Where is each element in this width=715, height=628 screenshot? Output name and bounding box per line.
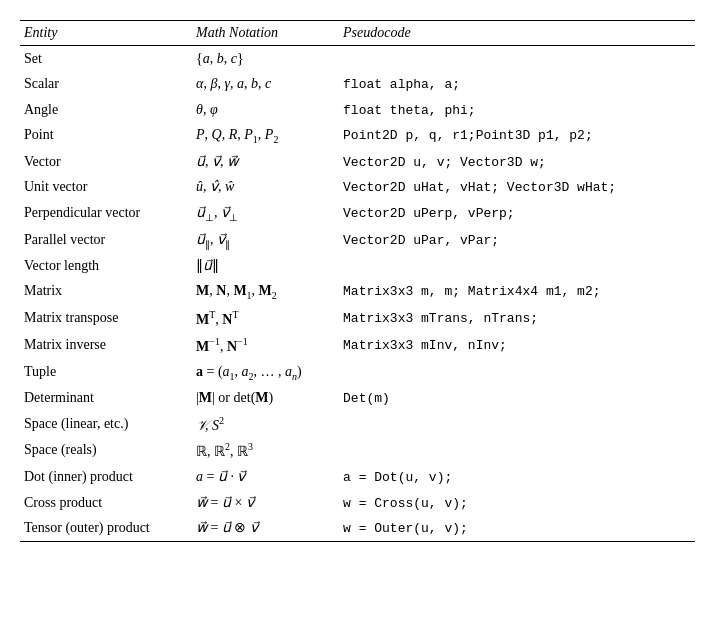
math-cell: P, Q, R, P1, P2	[192, 122, 339, 149]
table-row: Tuplea = (a1, a2, … , an)	[20, 359, 695, 386]
entity-cell: Determinant	[20, 385, 192, 411]
math-cell: u⃗, v⃗, w⃗	[192, 149, 339, 175]
pseudo-cell: Matrix3x3 mInv, nInv;	[339, 332, 695, 359]
math-cell: M−1, N−1	[192, 332, 339, 359]
table-row: Space (reals)ℝ, ℝ2, ℝ3	[20, 437, 695, 464]
math-cell: ‖u⃗‖	[192, 253, 339, 278]
pseudo-cell: Matrix3x3 mTrans, nTrans;	[339, 305, 695, 332]
pseudo-cell: w = Outer(u, v);	[339, 515, 695, 541]
pseudo-cell: w = Cross(u, v);	[339, 490, 695, 516]
pseudo-cell: Vector2D uHat, vHat; Vector3D wHat;	[339, 174, 695, 200]
math-cell: u⃗⊥, v⃗⊥	[192, 200, 339, 227]
pseudo-cell	[339, 46, 695, 72]
entity-cell: Perpendicular vector	[20, 200, 192, 227]
entity-cell: Parallel vector	[20, 227, 192, 254]
table-row: MatrixM, N, M1, M2Matrix3x3 m, m; Matrix…	[20, 278, 695, 305]
math-notation-table: Entity Math Notation Pseudocode Set{a, b…	[20, 20, 695, 542]
entity-cell: Vector	[20, 149, 192, 175]
pseudo-cell	[339, 359, 695, 386]
math-cell: α, β, γ, a, b, c	[192, 71, 339, 97]
math-cell: û, v̂, ŵ	[192, 174, 339, 200]
math-cell: u⃗∥, v⃗∥	[192, 227, 339, 254]
pseudo-cell: Point2D p, q, r1;Point3D p1, p2;	[339, 122, 695, 149]
table-row: PointP, Q, R, P1, P2Point2D p, q, r1;Poi…	[20, 122, 695, 149]
table-row: Scalarα, β, γ, a, b, cfloat alpha, a;	[20, 71, 695, 97]
table-row: Parallel vectoru⃗∥, v⃗∥Vector2D uPar, vP…	[20, 227, 695, 254]
entity-cell: Point	[20, 122, 192, 149]
entity-cell: Scalar	[20, 71, 192, 97]
pseudo-cell: float theta, phi;	[339, 97, 695, 123]
math-cell: M, N, M1, M2	[192, 278, 339, 305]
pseudo-cell: Vector2D uPerp, vPerp;	[339, 200, 695, 227]
entity-cell: Matrix transpose	[20, 305, 192, 332]
entity-cell: Space (linear, etc.)	[20, 411, 192, 438]
table-row: Perpendicular vectoru⃗⊥, v⃗⊥Vector2D uPe…	[20, 200, 695, 227]
pseudo-cell: a = Dot(u, v);	[339, 464, 695, 490]
math-cell: a = (a1, a2, … , an)	[192, 359, 339, 386]
entity-cell: Dot (inner) product	[20, 464, 192, 490]
table-row: Matrix transposeMT, NTMatrix3x3 mTrans, …	[20, 305, 695, 332]
entity-cell: Matrix inverse	[20, 332, 192, 359]
header-math: Math Notation	[192, 21, 339, 46]
table-row: Unit vectorû, v̂, ŵVector2D uHat, vHat; …	[20, 174, 695, 200]
table-header-row: Entity Math Notation Pseudocode	[20, 21, 695, 46]
math-cell: w⃗ = u⃗ × v⃗	[192, 490, 339, 516]
entity-cell: Tuple	[20, 359, 192, 386]
pseudo-cell: Det(m)	[339, 385, 695, 411]
table-row: Tensor (outer) productw⃗ = u⃗ ⊗ v⃗w = Ou…	[20, 515, 695, 541]
table-row: Angleθ, φfloat theta, phi;	[20, 97, 695, 123]
entity-cell: Unit vector	[20, 174, 192, 200]
header-pseudo: Pseudocode	[339, 21, 695, 46]
pseudo-cell: Vector2D u, v; Vector3D w;	[339, 149, 695, 175]
entity-cell: Angle	[20, 97, 192, 123]
table-row: Set{a, b, c}	[20, 46, 695, 72]
pseudo-cell: Matrix3x3 m, m; Matrix4x4 m1, m2;	[339, 278, 695, 305]
entity-cell: Space (reals)	[20, 437, 192, 464]
table-row: Matrix inverseM−1, N−1Matrix3x3 mInv, nI…	[20, 332, 695, 359]
table-row: Determinant|M| or det(M)Det(m)	[20, 385, 695, 411]
math-cell: w⃗ = u⃗ ⊗ v⃗	[192, 515, 339, 541]
math-cell: 𝒱, S2	[192, 411, 339, 438]
entity-cell: Matrix	[20, 278, 192, 305]
math-cell: a = u⃗ · v⃗	[192, 464, 339, 490]
header-entity: Entity	[20, 21, 192, 46]
pseudo-cell	[339, 437, 695, 464]
entity-cell: Cross product	[20, 490, 192, 516]
pseudo-cell	[339, 253, 695, 278]
table-row: Vectoru⃗, v⃗, w⃗Vector2D u, v; Vector3D …	[20, 149, 695, 175]
entity-cell: Vector length	[20, 253, 192, 278]
math-cell: ℝ, ℝ2, ℝ3	[192, 437, 339, 464]
math-cell: {a, b, c}	[192, 46, 339, 72]
math-cell: θ, φ	[192, 97, 339, 123]
table-row: Space (linear, etc.)𝒱, S2	[20, 411, 695, 438]
table-row: Vector length‖u⃗‖	[20, 253, 695, 278]
pseudo-cell: Vector2D uPar, vPar;	[339, 227, 695, 254]
entity-cell: Set	[20, 46, 192, 72]
pseudo-cell: float alpha, a;	[339, 71, 695, 97]
entity-cell: Tensor (outer) product	[20, 515, 192, 541]
table-row: Cross productw⃗ = u⃗ × v⃗w = Cross(u, v)…	[20, 490, 695, 516]
math-cell: |M| or det(M)	[192, 385, 339, 411]
pseudo-cell	[339, 411, 695, 438]
math-cell: MT, NT	[192, 305, 339, 332]
table-row: Dot (inner) producta = u⃗ · v⃗a = Dot(u,…	[20, 464, 695, 490]
